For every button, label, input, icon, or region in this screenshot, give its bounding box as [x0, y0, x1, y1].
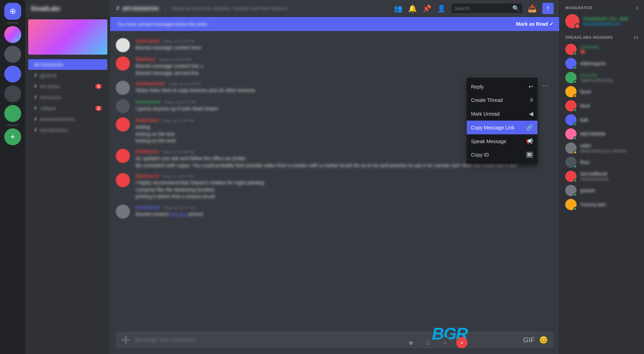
channel-item-4[interactable]: # critique 2	[28, 103, 107, 114]
moderator-count: 1	[636, 6, 638, 10]
avatar	[116, 56, 130, 71]
online-indicator	[573, 80, 577, 84]
member-avatar	[565, 114, 577, 126]
member-name: Faxority	[580, 72, 638, 78]
member-name: eldertoguris	[580, 61, 638, 66]
member-name: zoemeal	[580, 44, 638, 50]
message-content: Username Today at 12:34 PM blurred messa…	[136, 38, 554, 52]
bottom-icon-1[interactable]: ⊕	[405, 337, 417, 348]
list-item[interactable]: Faxority Twitch.tv/Faxority	[565, 71, 638, 85]
message-author: RedUser4	[136, 173, 159, 179]
mark-as-read-button[interactable]: Mark as Read ✓	[516, 21, 554, 27]
message-timestamp: Today at 12:37 PM	[164, 100, 196, 104]
message-timestamp: Today at 12:34 PM	[162, 39, 195, 43]
more-options-icon[interactable]: ⋯	[542, 82, 549, 90]
list-item[interactable]: faunt	[565, 85, 638, 99]
member-info: bab	[580, 117, 638, 123]
channel-badge-2: 5	[95, 84, 102, 89]
member-avatar	[565, 185, 577, 196]
member-name: fand	[580, 103, 638, 109]
bottom-icons: ⊕ □ ○ ×	[405, 337, 467, 348]
message-text: blurred message content here	[136, 44, 554, 51]
context-menu-reply[interactable]: Reply ↩	[467, 80, 537, 93]
guild-icon-2[interactable]	[4, 46, 21, 63]
id-icon: ID	[526, 152, 533, 158]
gif-icon[interactable]: GIF	[523, 336, 535, 344]
member-avatar	[565, 128, 577, 140]
online-indicator	[573, 108, 577, 112]
channel-topic: Share art resources, brushes, tutorials …	[172, 6, 288, 11]
message-author: RedUser2	[136, 117, 159, 123]
channel-item-5[interactable]: # announcements	[28, 114, 107, 124]
member-avatar	[565, 100, 577, 111]
message-author: RedUser3	[136, 149, 159, 154]
user-icon[interactable]: 👤	[437, 4, 446, 13]
server-divider-2	[7, 125, 18, 126]
bottom-icon-4[interactable]: ×	[456, 337, 467, 348]
context-menu-create-thread[interactable]: Create Thread #	[467, 93, 537, 107]
message-author: RedUser	[136, 56, 156, 62]
online-indicator	[573, 136, 577, 140]
moderator-avatar	[565, 14, 579, 28]
moderator-name: OutdatedJ @u_didi	[583, 16, 638, 22]
context-menu-copy-message-link[interactable]: Copy Message Link 🔗	[467, 121, 537, 134]
avatar	[116, 173, 130, 187]
member-avatar	[565, 142, 577, 154]
bottom-icon-3[interactable]: ○	[439, 337, 451, 348]
add-file-icon[interactable]: ➕	[121, 336, 130, 344]
list-item[interactable]: grease	[565, 183, 638, 197]
home-button[interactable]: ⊕	[4, 3, 21, 20]
guild-icon-1[interactable]	[4, 26, 21, 43]
member-status: somesomesom	[580, 177, 638, 182]
channel-item-2[interactable]: # art-share 5	[28, 81, 107, 92]
search-input[interactable]	[454, 6, 509, 11]
moderator-badge	[574, 23, 580, 29]
channel-item-3[interactable]: # resources	[28, 92, 107, 103]
pin-icon[interactable]: 📌	[423, 4, 431, 13]
main-content: # art-resources | Share art resources, b…	[110, 0, 559, 354]
create-thread-label: Create Thread	[471, 97, 503, 103]
bell-icon[interactable]: 🔔	[408, 4, 417, 13]
server-name: DreadLabs	[31, 6, 105, 12]
add-server-button[interactable]: +	[4, 128, 21, 145]
search-icon: 🔍	[512, 5, 519, 12]
guild-icon-3[interactable]	[4, 66, 21, 83]
list-item[interactable]: eldertoguris	[565, 56, 638, 71]
members-icon[interactable]: 👥	[394, 4, 402, 13]
mark-unread-label: Mark Unread	[471, 111, 500, 117]
message-timestamp: Today at 12:36 PM	[168, 82, 201, 86]
channel-item-6[interactable]: # introductions	[28, 125, 107, 135]
channel-list: art-resources # general # art-share 5 # …	[25, 56, 110, 354]
bottom-icon-2[interactable]: □	[422, 337, 434, 348]
user-avatar-small[interactable]: ?	[542, 3, 554, 14]
list-item[interactable]: bab	[565, 113, 638, 127]
online-indicator	[573, 165, 577, 168]
online-indicator	[573, 52, 577, 55]
online-indicator	[573, 151, 577, 154]
list-item[interactable]: fand	[565, 99, 638, 113]
channel-item-1[interactable]: # general	[28, 70, 107, 81]
table-row: RedUser4 Today at 12:40 PM I highly reco…	[116, 172, 554, 202]
emoji-icon[interactable]: 😊	[539, 336, 548, 344]
context-menu-speak-message[interactable]: Speak Message 📢	[467, 134, 537, 148]
list-item[interactable]: YummyJam	[565, 197, 638, 212]
message-text: blurred content link text pinned	[136, 211, 554, 218]
server-sidebar: ⊕ +	[0, 0, 25, 354]
guild-icon-4[interactable]	[4, 85, 21, 102]
moderator-label: MODERATOR	[565, 6, 592, 10]
message-author: AnotherUser	[136, 81, 166, 86]
channel-item-active[interactable]: art-resources	[28, 59, 107, 70]
context-menu-copy-id[interactable]: Copy ID ID	[467, 148, 537, 161]
list-item[interactable]: zoemeal ❤️	[565, 42, 638, 56]
context-menu-mark-unread[interactable]: Mark Unread ◀	[467, 107, 537, 121]
list-item[interactable]: aatto away fixing your network	[565, 141, 638, 155]
message-text: blurred message content line 1blurred me…	[136, 63, 554, 77]
list-item[interactable]: SecretBlood somesomesom	[565, 169, 638, 183]
guild-icon-5[interactable]	[4, 105, 21, 122]
message-author: SomeUser	[136, 205, 160, 210]
list-item[interactable]: flour	[565, 155, 638, 169]
moderator-item[interactable]: OutdatedJ @u_didi www.dindindab.com	[565, 13, 638, 30]
inbox-icon[interactable]: 📥	[528, 4, 537, 13]
member-name: faunt	[580, 89, 638, 94]
list-item[interactable]: MEOWWW	[565, 127, 638, 141]
